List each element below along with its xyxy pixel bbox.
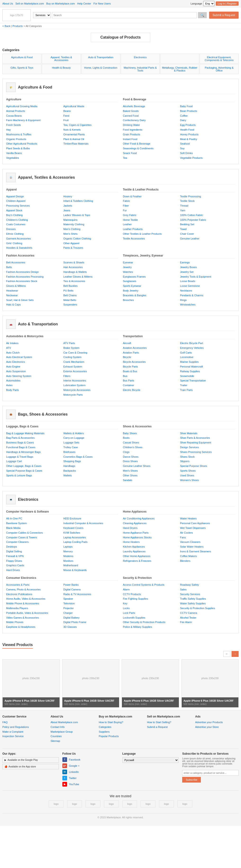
cat-gifts[interactable]: Gifts, Sports & Toys	[2, 64, 41, 74]
item-food-egg[interactable]: Egg Products	[180, 123, 235, 128]
item-ce-portable[interactable]: Portable Audio, Video & Accessories	[6, 611, 61, 616]
item-lug-shopping[interactable]: Shopping Bags	[63, 459, 118, 464]
cat-apparel[interactable]: Apparel, Textiles & Accessories	[42, 54, 81, 64]
item-app-design[interactable]: Apparel Design	[6, 194, 61, 199]
footer-popular[interactable]: Popular Products	[99, 734, 142, 739]
item-tim-watches[interactable]: Watches	[123, 270, 178, 275]
item-tex-leather-products[interactable]: Leather Products	[123, 227, 178, 232]
item-auto-exhaust[interactable]: Exhaust System	[63, 365, 118, 369]
item-food-instant[interactable]: Instant Food	[123, 137, 178, 142]
item-food-canned[interactable]: Canned Food	[123, 114, 178, 118]
item-tr-bus-parts[interactable]: Bus Parts	[123, 378, 178, 383]
item-app-childrens[interactable]: Children's Clothing	[6, 218, 61, 222]
item-food-baked[interactable]: Baked Goods	[123, 109, 178, 114]
item-tr-train-parts[interactable]: Train Parts	[180, 388, 235, 393]
item-auto-lubrication[interactable]: Lubrication System	[63, 383, 118, 388]
item-tr-trailer[interactable]: Trailer	[180, 383, 235, 388]
item-auto-automobiles[interactable]: Automobiles	[6, 378, 61, 383]
search-category-select[interactable]: Services	[33, 12, 51, 18]
item-tex-thread[interactable]: Thread	[180, 204, 235, 208]
submit-request-button[interactable]: Submit a Request	[209, 11, 239, 19]
item-tex-accessories[interactable]: Textile Accessories	[123, 237, 178, 241]
item-app-mens[interactable]: Men's Clothing	[63, 227, 118, 232]
item-tim-body-jew[interactable]: Body Jewelry	[123, 288, 178, 293]
item-app-processing[interactable]: Processing Services	[6, 204, 61, 208]
item-tex-down[interactable]: Down & Feather	[123, 194, 178, 199]
item-ce-multimedia[interactable]: Multimedia Players	[6, 606, 61, 611]
item-fas-ties[interactable]: Ties & Accessories	[63, 279, 118, 284]
item-sh-design[interactable]: Design Services	[180, 445, 235, 450]
item-sh-used[interactable]: Used Shoes	[180, 473, 235, 478]
item-auto-car-care[interactable]: Car Care & Cleaning	[63, 350, 118, 355]
item-app-mens-shirts[interactable]: Men's Shirts	[63, 232, 118, 237]
item-sh-clogs[interactable]: Clogs	[123, 450, 178, 455]
item-tr-bicycle-parts[interactable]: Bicycle Parts	[123, 365, 178, 369]
item-tim-sunglasses[interactable]: Sunglasses	[123, 279, 178, 284]
breadcrumb-back[interactable]: < Back	[2, 25, 10, 27]
item-agr-plant-seeds[interactable]: Plant Seeds & Bulbs	[6, 146, 61, 151]
item-comp-desktops[interactable]: Desktops	[6, 545, 61, 549]
item-fas-pu-belts[interactable]: PU Belts	[63, 288, 118, 293]
item-lug-other[interactable]: Other Luggage, Bags & Cases	[6, 464, 61, 469]
item-tim-necklaces[interactable]: Necklaces	[180, 288, 235, 293]
item-auto-moto-parts[interactable]: Motorcycle Parts	[63, 393, 118, 397]
item-sh-processing[interactable]: Shoes Processing Services	[180, 450, 235, 455]
item-tex-processing[interactable]: Textile Processing	[180, 194, 235, 199]
google-link[interactable]: g+ Google +	[62, 764, 119, 768]
item-lug-handbags2[interactable]: Handbags	[63, 464, 118, 469]
item-auto-interior[interactable]: Interior Accessories	[63, 378, 118, 383]
item-comp-motherboard[interactable]: Motherboard	[63, 563, 118, 568]
item-app-maternity[interactable]: Maternity Clothing	[63, 222, 118, 227]
item-tex-towel[interactable]: Towel	[180, 227, 235, 232]
item-auto-atv[interactable]: ATV	[6, 346, 61, 350]
item-auto-electronics[interactable]: Auto Electronics	[6, 360, 61, 365]
item-tex-fur[interactable]: Fur	[123, 208, 178, 213]
item-agr-timber[interactable]: Timber/Raw Materials	[63, 142, 118, 146]
item-agr-farm[interactable]: Farm Machinery & Equipment	[6, 118, 61, 123]
item-auto-body[interactable]: Body Parts	[6, 388, 61, 393]
item-tex-stock[interactable]: Textile Stock	[180, 199, 235, 204]
item-comp-industrial[interactable]: Industrial Computer & Accessories	[63, 521, 118, 526]
item-fas-scarf-hat[interactable]: Scarf, Hat & Glove Sets	[6, 298, 61, 303]
item-ce-camera[interactable]: Camera, Photo & Accessories	[6, 587, 61, 592]
item-fas-handbags[interactable]: Handbags & Wallets	[63, 270, 118, 275]
item-auto-clutch[interactable]: Auto Clutch	[6, 350, 61, 355]
item-tim-jewelry[interactable]: Jewelry	[123, 265, 178, 270]
item-tex-chair[interactable]: Chair Cover	[180, 232, 235, 237]
item-sh-slippers[interactable]: Slippers	[180, 459, 235, 464]
item-tr-electric-part[interactable]: Electric Bicycle Part	[180, 341, 235, 346]
item-agr-fruit[interactable]: Fruit	[63, 118, 118, 123]
item-food-snack[interactable]: Snack Food	[123, 151, 178, 156]
item-ha-laundry[interactable]: Laundry Appliances	[123, 549, 178, 554]
item-tr-railway[interactable]: Railway Supplies	[180, 369, 235, 374]
item-fas-belt-chains[interactable]: Belt Chains	[63, 293, 118, 298]
item-food-soft[interactable]: Soft Drinks	[180, 151, 235, 156]
item-agr-mushrooms[interactable]: Mushrooms & Truffles	[6, 132, 61, 137]
item-lug-cosmetics[interactable]: Cosmetics Bags & Cases	[63, 455, 118, 459]
item-sh-baby[interactable]: Baby Shoes	[123, 431, 178, 436]
item-food-seasonings[interactable]: Seasonings & Condiments	[123, 146, 178, 151]
footer-inspection[interactable]: Inspection Service	[2, 734, 46, 739]
item-sh-stock[interactable]: Shoes Stock	[180, 455, 235, 459]
item-ce-mobiles[interactable]: Mobile Phones	[6, 620, 61, 625]
item-tr-aviation-acc[interactable]: Aviation Accessories	[123, 346, 178, 350]
cat-packaging[interactable]: Packaging, Advertising & Office	[200, 64, 239, 74]
item-tim-bracelets[interactable]: Bracelets & Bangles	[123, 293, 178, 298]
item-comp-barebone[interactable]: Barebone System	[6, 521, 61, 526]
item-auto-brake[interactable]: Brake System	[63, 346, 118, 350]
item-food-honey[interactable]: Honey Products	[180, 132, 235, 137]
item-sh-boots[interactable]: Boots	[123, 436, 178, 440]
item-food-tea[interactable]: Tea	[123, 156, 178, 160]
item-ha-irons[interactable]: Irons & Garment Steamers	[180, 549, 235, 554]
item-tr-electric-bicycle[interactable]: Electric Bicycle	[123, 388, 178, 393]
item-food-ingredients[interactable]: Food Ingredients	[123, 128, 178, 132]
item-food-coffee[interactable]: Coffee	[180, 114, 235, 118]
item-auto-filters[interactable]: Filters	[63, 374, 118, 379]
item-agr-tea[interactable]: Tea, Cigars & Cigarettes	[63, 123, 118, 128]
item-fas-suspenders[interactable]: Suspenders	[63, 303, 118, 307]
item-ha-wet-towel[interactable]: Wet Towel Dispensers	[180, 526, 235, 531]
for-new-link[interactable]: For New Users	[93, 2, 111, 5]
item-auto-suspension[interactable]: Auto Suspension	[6, 369, 61, 374]
item-fas-headwear[interactable]: Headwear	[6, 288, 61, 293]
subscribe-button[interactable]: Subscribe	[182, 777, 201, 782]
